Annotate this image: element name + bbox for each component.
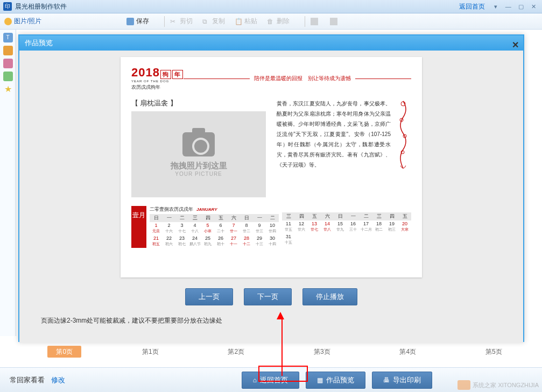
drag-text-cn: 拖拽照片到这里 <box>171 161 227 171</box>
maximize-button[interactable]: ▢ <box>516 3 526 11</box>
footer-home-button[interactable]: ⌂返回首页 <box>242 372 299 389</box>
footer-text: 常回家看看 <box>10 376 45 384</box>
shape-tool-icon[interactable] <box>3 59 13 68</box>
align-icon <box>330 18 337 25</box>
page-thumb-3[interactable]: 第3页 <box>279 347 365 357</box>
annotation-arrow <box>280 312 284 376</box>
copy-button[interactable]: ⧉复制 <box>202 17 225 26</box>
drag-text-en: YOUR PICTURE <box>175 171 222 177</box>
modal-body: 2018狗年 YEAR OF THE DOG 农历戊戌狗年 陪伴是最温暖的回报 … <box>19 51 523 343</box>
app-icon: 印 <box>3 2 12 11</box>
decoration-icon <box>395 98 411 174</box>
image-tool-icon[interactable] <box>3 46 13 55</box>
year-sub: YEAR OF THE DOG <box>131 80 184 83</box>
tool-1[interactable] <box>311 18 320 25</box>
watermark-icon <box>457 380 470 390</box>
window-controls: ▾ — ▢ ✕ <box>490 3 539 11</box>
page-thumb-0[interactable]: 第0页 <box>22 347 108 357</box>
left-toolbar: T ★ <box>0 30 16 336</box>
avatar-icon <box>4 18 12 25</box>
star-tool-icon[interactable]: ★ <box>3 84 13 94</box>
preview-icon: ▦ <box>317 376 323 384</box>
modal-header: 作品预览 ✕ <box>19 35 523 51</box>
photo-title: 【 扇枕温衾 】 <box>131 98 266 108</box>
photo-dropzone[interactable]: 拖拽照片到这里 YOUR PICTURE <box>131 111 266 197</box>
dropdown-icon[interactable]: ▾ <box>490 3 501 11</box>
story-text: 黄香，东汉江夏安陆人，九岁丧母，事父极孝。酷夏时为父亲扇凉枕席；寒冬时用身体为父… <box>277 98 395 197</box>
month-label: 壹月 <box>131 206 146 248</box>
tool-2[interactable] <box>330 18 340 25</box>
footer-preview-button[interactable]: ▦作品预览 <box>306 372 365 389</box>
home-icon: ⌂ <box>253 376 257 384</box>
photos-label: 图片/照片 <box>14 17 41 26</box>
camera-icon <box>182 132 215 156</box>
page-thumb-2[interactable]: 第2页 <box>193 347 279 357</box>
photos-tab[interactable]: 图片/照片 <box>4 17 41 26</box>
modal-title: 作品预览 <box>25 39 53 47</box>
text-tool-icon[interactable]: T <box>3 33 13 42</box>
year-display: 2018狗年 <box>131 66 184 80</box>
delete-button[interactable]: 🗑删除 <box>267 17 290 26</box>
motto-line: 陪伴是最温暖的回报 别让等待成为遗憾 <box>184 75 411 82</box>
titlebar: 印 晨光相册制作软件 返回首页 ▾ — ▢ ✕ <box>0 0 542 13</box>
modal-buttons: 上一页 下一页 停止播放 <box>41 288 502 305</box>
modal-hint: 页面边缘2-3mm处可能被裁减，建议不要把重要部分放在边缘处 <box>41 316 502 325</box>
cut-icon: ✂ <box>170 18 178 25</box>
delete-icon: 🗑 <box>267 18 274 25</box>
edit-link[interactable]: 修改 <box>51 376 65 384</box>
minimize-button[interactable]: — <box>503 3 513 11</box>
paste-button[interactable]: 📋粘贴 <box>235 17 257 26</box>
layer-icon <box>311 18 318 25</box>
page-thumb-5[interactable]: 第5页 <box>451 347 537 357</box>
prev-page-button[interactable]: 上一页 <box>185 288 233 305</box>
lunar-year: 农历戊戌狗年 <box>131 84 184 91</box>
watermark: 系统之家 XITONGZHIJIA <box>457 380 539 390</box>
next-page-button[interactable]: 下一页 <box>244 288 292 305</box>
paste-icon: 📋 <box>235 18 242 25</box>
page-thumb-4[interactable]: 第4页 <box>365 347 451 357</box>
preview-modal: 作品预览 ✕ 2018狗年 YEAR OF THE DOG 农历戊戌狗年 陪伴是… <box>18 34 524 342</box>
save-button[interactable]: 保存 <box>126 17 149 26</box>
back-home-link[interactable]: 返回首页 <box>459 2 485 11</box>
cut-button[interactable]: ✂剪切 <box>170 17 193 26</box>
save-icon <box>126 18 134 25</box>
calendar-area: 壹月 二零壹捌农历戊戌年JANUARY 日一二三四五六日一二1234567891… <box>121 202 422 252</box>
close-button[interactable]: ✕ <box>528 3 539 11</box>
page-thumb-1[interactable]: 第1页 <box>108 347 194 357</box>
calendar-block-1: 日一二三四五六日一二12345678910元旦十六十七十八小寒二十廿一廿二廿三廿… <box>150 214 279 248</box>
stop-play-button[interactable]: 停止播放 <box>302 288 357 305</box>
copy-icon: ⧉ <box>202 18 210 25</box>
main-toolbar: 图片/照片 保存 ✂剪切 ⧉复制 📋粘贴 🗑删除 <box>0 13 542 30</box>
color-tool-icon[interactable] <box>3 72 13 81</box>
calendar-page-preview: 2018狗年 YEAR OF THE DOG 农历戊戌狗年 陪伴是最温暖的回报 … <box>121 57 422 277</box>
save-label: 保存 <box>136 17 149 26</box>
modal-close-button[interactable]: ✕ <box>512 38 519 53</box>
app-title: 晨光相册制作软件 <box>15 2 459 11</box>
print-icon: 🖶 <box>383 376 390 384</box>
calendar-block-2: 三四五六日一二三四五11121314151617181920廿五廿六廿七廿八廿九… <box>282 212 411 246</box>
page-thumbnails: 第0页 第1页 第2页 第3页 第4页 第5页 <box>16 344 542 359</box>
footer-export-button[interactable]: 🖶导出印刷 <box>372 372 432 389</box>
